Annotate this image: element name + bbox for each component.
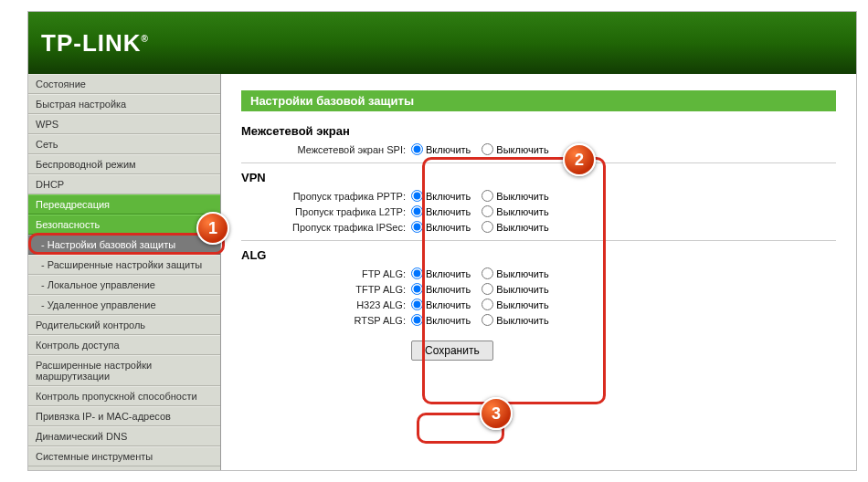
radio-disable[interactable] (482, 221, 493, 233)
radio-option[interactable]: Выключить (482, 143, 548, 155)
radio-option[interactable]: Включить (411, 143, 471, 155)
radio-option[interactable]: Выключить (482, 190, 548, 202)
section-vpn-title: VPN (241, 171, 836, 184)
radio-option[interactable]: Включить (411, 267, 471, 279)
sidebar-item-5[interactable]: DHCP (28, 174, 220, 194)
setting-label: FTP ALG: (241, 268, 411, 279)
setting-label: Межсетевой экран SPI: (241, 144, 411, 155)
save-button[interactable]: Сохранить (411, 341, 493, 361)
radio-label: Включить (426, 315, 471, 326)
radio-label: Выключить (496, 315, 548, 326)
sidebar-item-13[interactable]: Контроль доступа (28, 335, 220, 355)
setting-row: Пропуск трафика PPTP:ВключитьВыключить (241, 190, 836, 202)
radio-option[interactable]: Включить (411, 205, 471, 217)
sidebar-item-11[interactable]: - Удаленное управление (28, 295, 220, 315)
radio-label: Включить (426, 191, 471, 202)
sidebar-item-4[interactable]: Беспроводной режим (28, 154, 220, 174)
sidebar-item-15[interactable]: Контроль пропускной способности (28, 386, 220, 406)
sidebar-item-14[interactable]: Расширенные настройки маршрутизации (28, 355, 220, 386)
setting-row: Межсетевой экран SPI:ВключитьВыключить (241, 143, 836, 155)
sidebar-item-7[interactable]: Безопасность (28, 215, 220, 235)
brand-logo: TP-LINK® (41, 29, 149, 58)
sidebar-item-6[interactable]: Переадресация (28, 194, 220, 215)
sidebar-item-2[interactable]: WPS (28, 114, 220, 134)
radio-label: Включить (426, 268, 471, 279)
radio-disable[interactable] (482, 267, 493, 279)
setting-row: H323 ALG:ВключитьВыключить (241, 299, 836, 310)
radio-option[interactable]: Выключить (482, 267, 548, 279)
radio-label: Выключить (496, 206, 548, 217)
setting-row: Пропуск трафика IPSec:ВключитьВыключить (241, 221, 836, 233)
page-title: Настройки базовой защиты (241, 90, 836, 111)
radio-label: Включить (426, 284, 471, 295)
radio-option[interactable]: Выключить (482, 205, 548, 217)
setting-row: RTSP ALG:ВключитьВыключить (241, 314, 836, 326)
radio-option[interactable]: Выключить (482, 283, 548, 295)
radio-label: Включить (426, 144, 471, 155)
radio-disable[interactable] (482, 314, 493, 326)
setting-label: H323 ALG: (241, 299, 411, 310)
content: Настройки базовой защиты Межсетевой экра… (221, 74, 856, 470)
sidebar-item-0[interactable]: Состояние (28, 74, 220, 94)
radio-disable[interactable] (482, 143, 493, 155)
radio-option[interactable]: Выключить (482, 221, 548, 233)
radio-option[interactable]: Включить (411, 314, 471, 326)
sidebar-item-12[interactable]: Родительский контроль (28, 315, 220, 335)
sidebar-item-18[interactable]: Системные инструменты (28, 446, 220, 466)
sidebar: СостояниеБыстрая настройкаWPSСетьБеспров… (28, 74, 221, 470)
sidebar-item-10[interactable]: - Локальное управление (28, 275, 220, 295)
sidebar-item-17[interactable]: Динамический DNS (28, 426, 220, 446)
setting-row: TFTP ALG:ВключитьВыключить (241, 283, 836, 295)
radio-option[interactable]: Включить (411, 221, 471, 233)
radio-disable[interactable] (482, 205, 493, 217)
radio-label: Выключить (496, 144, 548, 155)
radio-enable[interactable] (411, 283, 423, 295)
radio-label: Выключить (496, 284, 548, 295)
radio-enable[interactable] (411, 143, 423, 155)
radio-label: Выключить (496, 222, 548, 233)
radio-option[interactable]: Выключить (482, 314, 548, 326)
radio-label: Выключить (496, 191, 548, 202)
sidebar-item-8[interactable]: - Настройки базовой защиты (28, 235, 220, 255)
sidebar-item-16[interactable]: Привязка IP- и MAC-адресов (28, 406, 220, 426)
sidebar-item-3[interactable]: Сеть (28, 134, 220, 154)
radio-enable[interactable] (411, 314, 423, 326)
radio-option[interactable]: Включить (411, 190, 471, 202)
radio-enable[interactable] (411, 205, 423, 217)
section-firewall-title: Межсетевой экран (241, 124, 836, 138)
setting-row: FTP ALG:ВключитьВыключить (241, 267, 836, 279)
radio-enable[interactable] (411, 190, 423, 202)
radio-option[interactable]: Включить (411, 299, 471, 310)
section-alg-title: ALG (241, 248, 836, 262)
setting-label: RTSP ALG: (241, 315, 411, 326)
setting-label: TFTP ALG: (241, 284, 411, 295)
radio-enable[interactable] (411, 299, 423, 310)
radio-label: Включить (426, 206, 471, 217)
radio-disable[interactable] (482, 190, 493, 202)
setting-label: Пропуск трафика PPTP: (241, 191, 411, 202)
radio-option[interactable]: Выключить (482, 299, 548, 310)
header: TP-LINK® (28, 12, 856, 74)
badge-2: 2 (563, 143, 596, 176)
sidebar-item-1[interactable]: Быстрая настройка (28, 94, 220, 114)
radio-disable[interactable] (482, 283, 493, 295)
radio-label: Включить (426, 222, 471, 233)
badge-1: 1 (196, 212, 229, 245)
setting-label: Пропуск трафика L2TP: (241, 206, 411, 217)
setting-row: Пропуск трафика L2TP:ВключитьВыключить (241, 205, 836, 217)
badge-3: 3 (480, 397, 513, 430)
sidebar-item-9[interactable]: - Расширенные настройки защиты (28, 255, 220, 275)
radio-label: Включить (426, 299, 471, 310)
radio-label: Выключить (496, 268, 548, 279)
radio-option[interactable]: Включить (411, 283, 471, 295)
setting-label: Пропуск трафика IPSec: (241, 222, 411, 233)
radio-disable[interactable] (482, 299, 493, 310)
radio-enable[interactable] (411, 267, 423, 279)
radio-enable[interactable] (411, 221, 423, 233)
radio-label: Выключить (496, 299, 548, 310)
